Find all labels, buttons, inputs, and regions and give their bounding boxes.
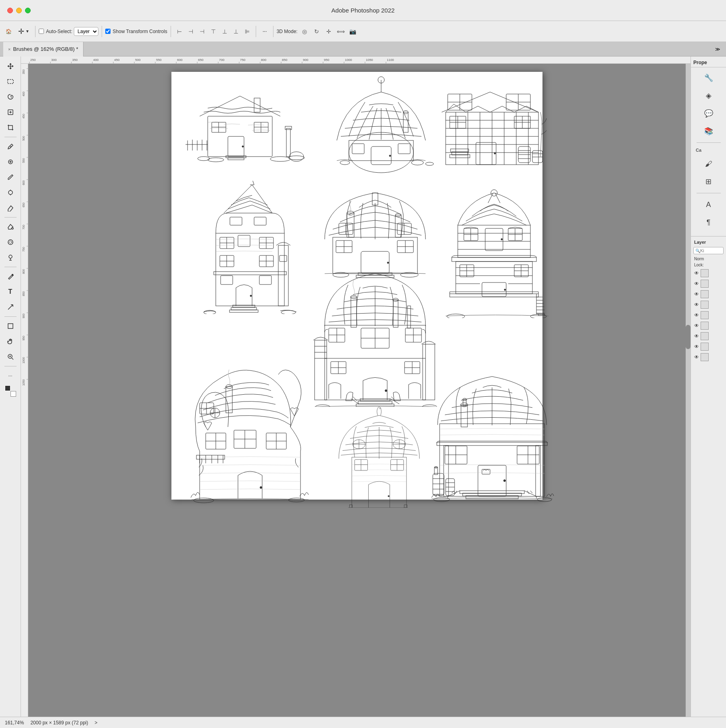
auto-select-input[interactable] — [39, 29, 44, 34]
align-center-h-btn[interactable]: ⊣ — [186, 26, 196, 37]
minimize-button[interactable] — [16, 8, 22, 13]
scrollbar-thumb[interactable] — [686, 325, 691, 349]
tab-close-icon[interactable]: × — [8, 47, 10, 52]
eyedropper-tool[interactable] — [3, 139, 18, 154]
transform-controls-checkbox[interactable]: Show Transform Controls — [105, 29, 167, 34]
more-options-btn[interactable]: ··· — [259, 26, 270, 37]
eye-icon[interactable]: 👁 — [694, 354, 699, 360]
path-select-tool[interactable] — [3, 300, 18, 314]
maximize-button[interactable] — [25, 8, 31, 13]
object-select-tool[interactable] — [3, 105, 18, 119]
canvas-wrapper[interactable] — [28, 64, 686, 717]
eye-icon[interactable]: 👁 — [694, 344, 699, 349]
3d-mode-btn-1[interactable]: ◎ — [299, 26, 310, 37]
layer-row[interactable]: 👁 — [691, 289, 726, 299]
svg-rect-341 — [536, 446, 540, 496]
mode-label: 3D Mode: — [277, 29, 298, 34]
svg-point-120 — [389, 155, 391, 157]
lasso-tool[interactable] — [3, 90, 18, 104]
layer-row[interactable]: 👁 — [691, 352, 726, 362]
props-icon-2[interactable]: ◈ — [701, 88, 717, 104]
layer-search[interactable]: 🔍 — [693, 247, 724, 254]
dodge-tool[interactable] — [3, 250, 18, 265]
align-left-btn[interactable]: ⊢ — [174, 26, 185, 37]
layer-thumbnail — [701, 301, 709, 309]
props-icon-doc[interactable]: 📚 — [701, 123, 717, 139]
eye-icon[interactable]: 👁 — [694, 323, 699, 328]
props-icon-1[interactable]: 🔧 — [701, 70, 717, 86]
svg-rect-101 — [254, 98, 260, 112]
layer-thumbnail — [701, 280, 709, 288]
home-button[interactable]: 🏠 — [3, 27, 14, 36]
blur-tool[interactable] — [3, 235, 18, 249]
nav-arrow[interactable]: > — [94, 720, 97, 726]
eye-icon[interactable]: 👁 — [694, 270, 699, 276]
layers-section: Layer 🔍 Norm Lock: 👁 👁 👁 — [691, 236, 726, 365]
transform-controls-input[interactable] — [105, 29, 111, 34]
align-bottom-btn[interactable]: ⊥ — [231, 26, 241, 37]
3d-mode-btn-2[interactable]: ↻ — [311, 26, 322, 37]
layer-row[interactable]: 👁 — [691, 320, 726, 331]
align-middle-btn[interactable]: ⊥ — [219, 26, 230, 37]
camera-btn[interactable]: 📷 — [348, 26, 358, 37]
extra-tools-btn[interactable]: ··· — [3, 368, 18, 383]
text-tool[interactable]: T — [3, 285, 18, 299]
close-button[interactable] — [7, 8, 13, 13]
align-top-btn[interactable]: ⊤ — [208, 26, 219, 37]
vertical-scrollbar[interactable] — [686, 64, 691, 717]
layer-row[interactable]: 👁 — [691, 278, 726, 289]
zoom-tool[interactable] — [3, 349, 18, 364]
heal-tool[interactable] — [3, 155, 18, 169]
layer-row[interactable]: 👁 — [691, 331, 726, 341]
marquee-tool[interactable] — [3, 74, 18, 89]
eye-icon[interactable]: 👁 — [694, 312, 699, 318]
eye-icon[interactable]: 👁 — [694, 302, 699, 308]
svg-rect-168 — [230, 217, 242, 225]
props-icon-chat[interactable]: 💬 — [701, 105, 717, 121]
document-tab[interactable]: × Brushes @ 162% (RGB/8) * — [3, 42, 83, 56]
props-icon-para[interactable]: ¶ — [701, 214, 717, 230]
svg-text:900: 900 — [22, 314, 25, 318]
layer-search-input[interactable] — [700, 248, 720, 253]
props-icon-text[interactable]: A — [701, 197, 717, 213]
shape-tool[interactable] — [3, 319, 18, 333]
svg-text:650: 650 — [198, 58, 204, 62]
svg-rect-169 — [254, 217, 266, 225]
layer-row[interactable]: 👁 — [691, 268, 726, 278]
distribute-btn[interactable]: ⊫ — [242, 26, 252, 37]
eraser-tool[interactable] — [3, 201, 18, 215]
svg-text:1000: 1000 — [345, 58, 352, 62]
props-icon-brush[interactable]: 🖌 — [701, 156, 717, 172]
layer-dropdown[interactable]: Layer — [74, 27, 98, 36]
move-tool-button[interactable]: ✛ ▼ — [16, 25, 32, 38]
svg-point-8 — [8, 240, 13, 245]
move-tool-lt[interactable] — [3, 59, 18, 73]
layer-thumbnail — [701, 311, 709, 319]
svg-text:550: 550 — [22, 158, 25, 163]
fill-tool[interactable] — [3, 220, 18, 234]
svg-rect-19 — [21, 56, 691, 64]
foreground-bg-colors[interactable] — [3, 384, 18, 398]
eye-icon[interactable]: 👁 — [694, 291, 699, 297]
align-right-btn[interactable]: ⊣ — [197, 26, 207, 37]
brush-tool[interactable] — [3, 170, 18, 184]
svg-rect-332 — [404, 505, 407, 508]
status-bar: 161,74% 2000 px × 1589 px (72 ppi) > — [0, 717, 726, 728]
props-icon-mix[interactable]: ⊞ — [701, 174, 717, 190]
panel-toggle-btn[interactable]: ≫ — [713, 46, 723, 53]
canvas-area[interactable]: // ruler ticks rendered via JS below 250… — [21, 56, 691, 717]
layer-row[interactable]: 👁 — [691, 310, 726, 320]
auto-select-checkbox[interactable]: Auto-Select: — [39, 29, 72, 34]
layer-row[interactable]: 👁 — [691, 341, 726, 352]
clone-tool[interactable] — [3, 185, 18, 200]
3d-mode-btn-4[interactable]: ⟺ — [336, 26, 346, 37]
eye-icon[interactable]: 👁 — [694, 281, 699, 287]
3d-mode-btn-3[interactable]: ✛ — [323, 26, 334, 37]
eye-icon[interactable]: 👁 — [694, 333, 699, 339]
pen-tool[interactable] — [3, 269, 18, 284]
crop-tool[interactable] — [3, 120, 18, 135]
svg-point-315 — [288, 498, 305, 502]
layer-row[interactable]: 👁 — [691, 299, 726, 310]
hand-tool[interactable] — [3, 334, 18, 349]
svg-text:900: 900 — [303, 58, 309, 62]
